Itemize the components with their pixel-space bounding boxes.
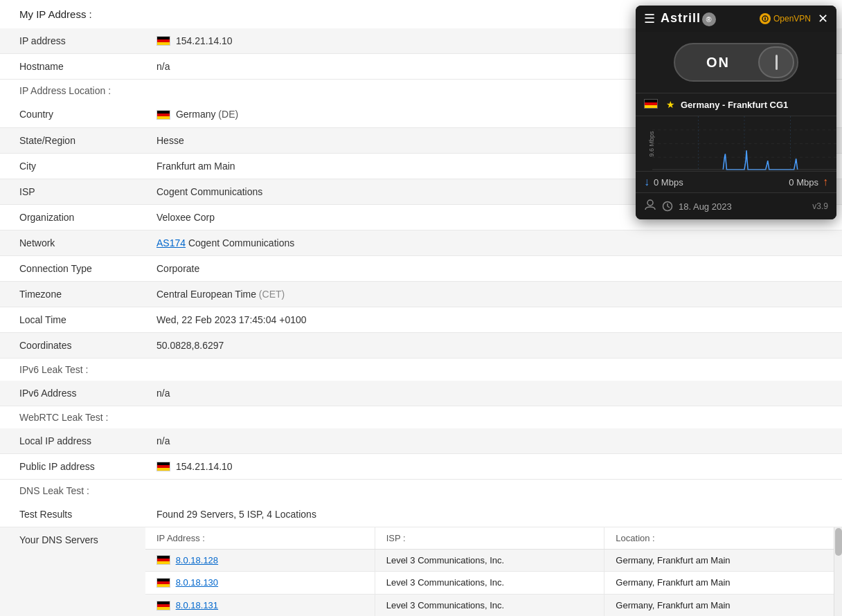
dns-table-row: 8.0.18.131 Level 3 Communications, Inc. …	[145, 595, 834, 616]
connection-type-value: Corporate	[145, 256, 842, 281]
vpn-speed-chart: 9.6 Mbps	[636, 116, 836, 171]
local-ip-label: Local IP address	[0, 428, 145, 453]
webrtc-section-header: WebRTC Leak Test :	[0, 406, 842, 428]
version-label: v3.9	[812, 201, 828, 211]
public-ip-value: 154.21.14.10	[145, 454, 842, 479]
dns-servers-row: Your DNS Servers IP Address : ISP : Loca…	[0, 527, 842, 616]
coordinates-value: 50.0828,8.6297	[145, 333, 842, 358]
network-value: AS174 Cogent Communications	[145, 230, 842, 255]
table-row: IPv6 Address n/a	[0, 381, 842, 406]
local-time-value: Wed, 22 Feb 2023 17:45:04 +0100	[145, 307, 842, 332]
upload-icon: ↑	[823, 176, 828, 188]
country-label: Country	[0, 102, 145, 127]
toggle-knob[interactable]	[758, 46, 794, 78]
server-flag	[644, 100, 661, 109]
svg-point-8	[647, 200, 653, 206]
organization-label: Organization	[0, 205, 145, 230]
server-name: Germany - Frankfurt CG1	[681, 100, 788, 110]
dns-table-row: 8.0.18.128 Level 3 Communications, Inc. …	[145, 550, 834, 572]
dns-table-header: IP Address : ISP : Location :	[145, 527, 834, 550]
public-ip-label: Public IP address	[0, 454, 145, 479]
ipv6-value: n/a	[145, 381, 842, 406]
toggle-on-label: ON	[678, 55, 758, 71]
local-ip-value: n/a	[145, 428, 842, 453]
city-label: City	[0, 154, 145, 179]
close-button[interactable]: ✕	[818, 11, 828, 26]
flag-de-icon	[156, 36, 170, 46]
upload-value: 0 Mbps	[789, 177, 818, 188]
timezone-value: Central European Time (CET)	[145, 282, 842, 307]
network-label: Network	[0, 230, 145, 255]
scrollbar[interactable]	[834, 527, 842, 616]
power-icon	[776, 55, 778, 70]
flag-de-icon	[156, 601, 170, 610]
dns-section-header: DNS Leak Test :	[0, 480, 842, 502]
table-row: Public IP address 154.21.14.10	[0, 454, 842, 480]
menu-icon[interactable]: ☰	[644, 11, 655, 26]
chart-svg	[652, 116, 836, 171]
dns-isp-2: Level 3 Communications, Inc.	[375, 572, 605, 594]
flag-de-icon	[156, 578, 170, 588]
vpn-toggle[interactable]: ON	[674, 43, 798, 82]
scroll-thumb[interactable]	[835, 528, 842, 556]
upload-speed: 0 Mbps ↑	[736, 176, 828, 188]
dns-header-location: Location :	[604, 527, 834, 549]
timezone-suffix: (CET)	[259, 289, 285, 300]
test-results-label: Test Results	[0, 502, 145, 527]
state-label: State/Region	[0, 128, 145, 153]
logo-registered: ®	[702, 12, 716, 26]
vpn-header: ☰ Astrill® OpenVPN ✕	[636, 6, 836, 32]
table-row: Timezone Central European Time (CET)	[0, 282, 842, 307]
download-speed: ↓ 0 Mbps	[644, 176, 736, 188]
user-icon	[644, 199, 656, 214]
ip-address-label: IP address	[0, 28, 145, 53]
timezone-label: Timezone	[0, 282, 145, 307]
vpn-speed-display: ↓ 0 Mbps 0 Mbps ↑	[636, 171, 836, 192]
vpn-protocol: OpenVPN	[760, 13, 811, 24]
dns-isp-1: Level 3 Communications, Inc.	[375, 550, 605, 572]
download-value: 0 Mbps	[654, 177, 683, 188]
dns-servers-label: Your DNS Servers	[0, 527, 145, 552]
table-row: Local IP address n/a	[0, 428, 842, 454]
protocol-label: OpenVPN	[773, 14, 811, 24]
dns-location-1: Germany, Frankfurt am Main	[604, 550, 834, 572]
vpn-widget: ☰ Astrill® OpenVPN ✕ ON ★	[636, 6, 836, 219]
ipv6-section-header: IPv6 Leak Test :	[0, 359, 842, 381]
network-link[interactable]: AS174	[156, 237, 186, 248]
dns-ip-3: 8.0.18.131	[145, 595, 375, 616]
download-icon: ↓	[644, 176, 650, 188]
dns-isp-3: Level 3 Communications, Inc.	[375, 595, 605, 616]
ipv6-label: IPv6 Address	[0, 381, 145, 406]
dns-location-3: Germany, Frankfurt am Main	[604, 595, 834, 616]
table-row: Test Results Found 29 Servers, 5 ISP, 4 …	[0, 502, 842, 527]
svg-line-11	[668, 206, 670, 208]
isp-label: ISP	[0, 179, 145, 204]
dns-header-isp: ISP :	[375, 527, 605, 549]
dns-ip-2: 8.0.18.130	[145, 572, 375, 594]
flag-de-icon	[644, 99, 658, 109]
dns-ip-link-3[interactable]: 8.0.18.131	[176, 600, 218, 610]
favorite-icon: ★	[666, 99, 675, 110]
table-row: Network AS174 Cogent Communications	[0, 230, 842, 256]
flag-de-icon	[156, 110, 170, 120]
local-time-label: Local Time	[0, 307, 145, 332]
dns-ip-link-2[interactable]: 8.0.18.130	[176, 577, 218, 588]
chart-area	[652, 116, 836, 171]
table-row: Connection Type Corporate	[0, 256, 842, 282]
vpn-server-selector[interactable]: ★ Germany - Frankfurt CG1	[636, 93, 836, 116]
connection-type-label: Connection Type	[0, 256, 145, 281]
table-row: Coordinates 50.0828,8.6297	[0, 333, 842, 359]
vpn-logo: Astrill®	[661, 11, 760, 26]
table-row: Local Time Wed, 22 Feb 2023 17:45:04 +01…	[0, 307, 842, 333]
coordinates-label: Coordinates	[0, 333, 145, 358]
dns-location-2: Germany, Frankfurt am Main	[604, 572, 834, 594]
dns-ip-1: 8.0.18.128	[145, 550, 375, 572]
openvpn-icon	[760, 13, 771, 24]
clock-icon	[662, 201, 673, 212]
flag-de-icon	[156, 462, 170, 471]
country-code: (DE)	[218, 109, 238, 120]
dns-ip-link-1[interactable]: 8.0.18.128	[176, 555, 218, 565]
test-results-value: Found 29 Servers, 5 ISP, 4 Locations	[145, 502, 842, 527]
dns-table-row: 8.0.18.130 Level 3 Communications, Inc. …	[145, 572, 834, 595]
dns-header-ip: IP Address :	[145, 527, 375, 549]
